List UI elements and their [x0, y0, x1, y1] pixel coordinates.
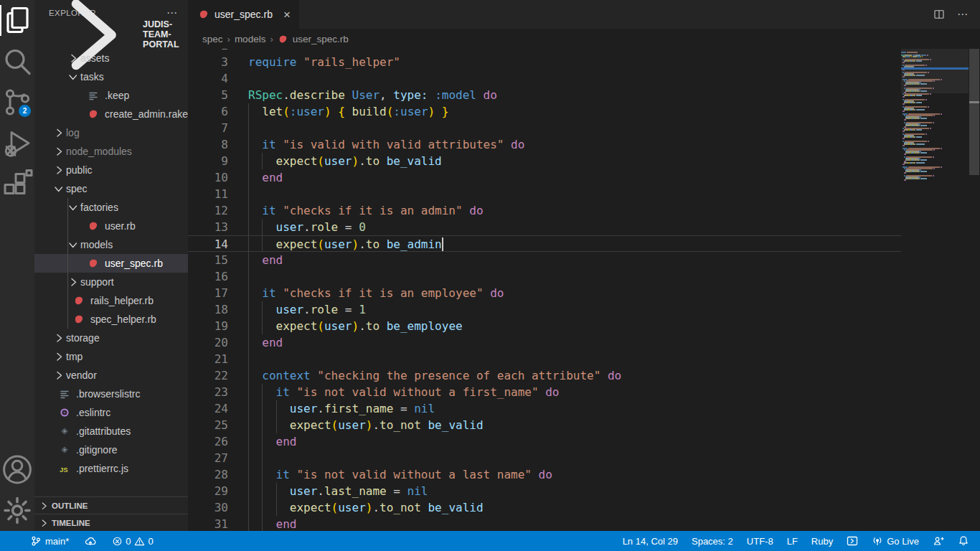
code-line-16[interactable]: 16 [188, 268, 901, 285]
line-number[interactable]: 25 [188, 417, 248, 433]
status-language-mode[interactable]: Ruby [811, 531, 833, 551]
breadcrumb-item-spec[interactable]: spec [202, 34, 223, 44]
status-branch[interactable]: main* [30, 531, 69, 551]
tree-file-spec-helper-rb[interactable]: spec_helper.rb [34, 310, 188, 329]
tree-folder-vendor[interactable]: vendor [34, 366, 188, 385]
activity-extensions-icon[interactable] [0, 164, 34, 204]
status-invite[interactable] [933, 531, 944, 551]
code-line-17[interactable]: 17 it "checks if it is an employee" do [188, 285, 901, 301]
line-number[interactable]: 13 [188, 219, 248, 235]
code-line-18[interactable]: 18 user.role = 1 [188, 301, 901, 318]
tree-file--gitignore[interactable]: .gitignore [34, 441, 188, 459]
panel-timeline[interactable]: TIMELINE [34, 514, 188, 531]
line-number[interactable]: 9 [188, 153, 248, 169]
code-line-30[interactable]: 30 expect(user).to_not be_valid [188, 499, 901, 516]
code-line-13[interactable]: 13 user.role = 0 [188, 219, 901, 235]
tree-folder-models[interactable]: models [34, 235, 188, 254]
more-actions-icon[interactable]: ⋯ [957, 8, 969, 21]
line-number[interactable]: 19 [188, 318, 248, 334]
workspace-root-folder[interactable]: JUDIS-TEAM-PORTAL [34, 26, 188, 43]
breadcrumb-item-models[interactable]: models [235, 34, 266, 44]
code-line-3[interactable]: 3require "rails_helper" [188, 54, 901, 70]
code-line-24[interactable]: 24 user.first_name = nil [188, 400, 901, 417]
minimap-slider[interactable] [901, 49, 969, 93]
line-number[interactable]: 14 [188, 236, 248, 251]
line-number[interactable]: 12 [188, 202, 248, 219]
close-icon[interactable]: × [283, 9, 291, 21]
panel-outline[interactable]: OUTLINE [34, 496, 188, 514]
code-line-19[interactable]: 19 expect(user).to be_employee [188, 318, 901, 334]
status-encoding[interactable]: UTF-8 [747, 531, 773, 551]
code-line-11[interactable]: 11 [188, 186, 901, 202]
line-number[interactable]: 30 [188, 499, 248, 516]
scrollbar-thumb[interactable] [969, 49, 979, 175]
code-line-6[interactable]: 6 let(:user) { build(:user) } [188, 103, 901, 120]
line-number[interactable]: 17 [188, 285, 248, 301]
line-number[interactable]: 28 [188, 466, 248, 483]
tree-folder-public[interactable]: public [34, 161, 188, 179]
line-number[interactable]: 4 [188, 70, 248, 87]
split-editor-icon[interactable] [933, 8, 946, 21]
tree-file-user-spec-rb[interactable]: user_spec.rb [34, 254, 188, 273]
code-editor[interactable]: 23require "rails_helper"45RSpec.describe… [188, 49, 980, 531]
line-number[interactable]: 23 [188, 384, 248, 400]
code-line-9[interactable]: 9 expect(user).to be_valid [188, 153, 901, 169]
tree-file-user-rb[interactable]: user.rb [34, 217, 188, 235]
line-number[interactable]: 2 [188, 49, 248, 54]
code-line-12[interactable]: 12 it "checks if it is an admin" do [188, 202, 901, 219]
line-number[interactable]: 11 [188, 186, 248, 202]
status-indentation[interactable]: Spaces: 2 [692, 531, 733, 551]
code-line-2[interactable]: 2 [188, 49, 901, 54]
code-line-22[interactable]: 22 context "checking the presence of eac… [188, 367, 901, 384]
line-number[interactable]: 6 [188, 103, 248, 120]
code-scroll-area[interactable]: 23require "rails_helper"45RSpec.describe… [188, 49, 901, 531]
code-line-26[interactable]: 26 end [188, 433, 901, 450]
tree-file--browserslistrc[interactable]: .browserslistrc [34, 385, 188, 403]
code-line-27[interactable]: 27 [188, 450, 901, 466]
tree-folder-support[interactable]: support [34, 273, 188, 291]
code-line-8[interactable]: 8 it "is valid with valid attributes" do [188, 136, 901, 153]
activity-explorer-icon[interactable] [0, 0, 34, 41]
line-number[interactable]: 21 [188, 351, 248, 367]
code-line-28[interactable]: 28 it "is not valid without a last name"… [188, 466, 901, 483]
code-line-15[interactable]: 15 end [188, 252, 901, 268]
code-line-23[interactable]: 23 it "is not valid without a first_name… [188, 384, 901, 400]
tree-file--gitattributes[interactable]: .gitattributes [34, 422, 188, 441]
line-number[interactable]: 20 [188, 334, 248, 351]
code-line-25[interactable]: 25 expect(user).to_not be_valid [188, 417, 901, 433]
line-number[interactable]: 31 [188, 516, 248, 531]
tree-file--keep[interactable]: .keep [34, 86, 188, 105]
line-number[interactable]: 29 [188, 483, 248, 499]
tree-folder-assets[interactable]: assets [34, 49, 188, 67]
tree-folder-spec[interactable]: spec [34, 179, 188, 198]
tree-folder-storage[interactable]: storage [34, 329, 188, 347]
status-problems[interactable]: 00 [112, 531, 153, 551]
code-line-4[interactable]: 4 [188, 70, 901, 87]
tree-folder-node-modules[interactable]: node_modules [34, 142, 188, 161]
tree-file--eslintrc[interactable]: .eslintrc [34, 403, 188, 422]
minimap[interactable] [901, 49, 969, 531]
line-number[interactable]: 18 [188, 301, 248, 318]
tree-file-create-admin-rake[interactable]: create_admin.rake [34, 105, 188, 123]
code-line-7[interactable]: 7 [188, 120, 901, 136]
status-open-in-browser[interactable] [847, 531, 858, 551]
line-number[interactable]: 16 [188, 268, 248, 285]
code-line-5[interactable]: 5RSpec.describe User, type: :model do [188, 87, 901, 103]
activity-accounts-icon[interactable] [0, 449, 34, 490]
code-line-21[interactable]: 21 [188, 351, 901, 367]
tree-file--prettierrc-js[interactable]: JS.prettierrc.js [34, 459, 188, 478]
status-go-live[interactable]: Go Live [872, 531, 919, 551]
breadcrumb-item-user-spec-rb[interactable]: user_spec.rb [293, 34, 349, 44]
code-line-14[interactable]: 14 expect(user).to be_admin [188, 235, 901, 252]
vertical-scrollbar[interactable] [969, 49, 980, 531]
status-cursor-position[interactable]: Ln 14, Col 29 [623, 531, 678, 551]
code-line-10[interactable]: 10 end [188, 169, 901, 186]
line-number[interactable]: 10 [188, 169, 248, 186]
activity-search-icon[interactable] [0, 41, 34, 82]
tree-folder-tmp[interactable]: tmp [34, 347, 188, 366]
status-eol[interactable]: LF [787, 531, 798, 551]
line-number[interactable]: 26 [188, 433, 248, 450]
line-number[interactable]: 24 [188, 400, 248, 417]
tree-folder-factories[interactable]: factories [34, 198, 188, 217]
line-number[interactable]: 27 [188, 450, 248, 466]
